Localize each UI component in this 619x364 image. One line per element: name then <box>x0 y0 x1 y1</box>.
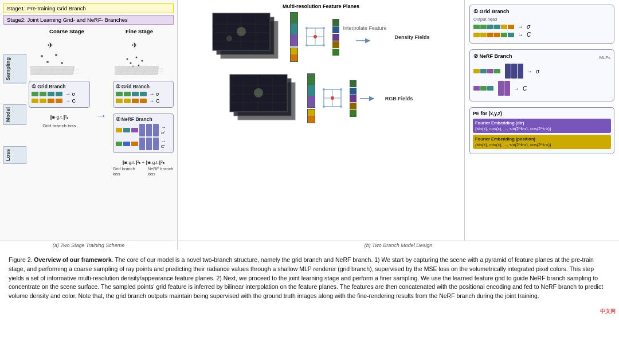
fine-grid-row1: → σ <box>116 91 171 97</box>
sampling-label: Sampling <box>3 54 26 84</box>
svg-point-62 <box>331 96 334 100</box>
svg-point-66 <box>340 105 342 108</box>
fine-grid-loss-label: Grid branch loss <box>113 166 136 177</box>
left-panel: Stage1: Pre-training Grid Branch Stage2:… <box>0 0 178 240</box>
fourier-pos-label: Fourier Embedding (position) <box>475 136 609 142</box>
rgb-arrows <box>360 90 377 107</box>
svg-point-15 <box>135 56 137 58</box>
fine-loss-sub-labels: Grid branch loss NeRF branch loss <box>113 166 174 177</box>
training-columns: ✈ <box>29 37 174 177</box>
svg-point-4 <box>61 62 63 64</box>
loss-label: Loss <box>3 146 26 164</box>
right-grid-bars-sigma <box>473 25 514 29</box>
svg-point-38 <box>237 27 246 36</box>
nerf-c-sym: C <box>523 85 527 92</box>
right-grid-sigma-row: → σ <box>473 24 610 30</box>
right-nerf-c-row: → C <box>473 81 610 96</box>
column-arrow: → <box>96 37 107 177</box>
pe-title: PE for (x,y,z) <box>473 111 611 116</box>
svg-point-46 <box>305 44 308 46</box>
nerf-mlp-c2 <box>504 81 510 96</box>
nerf-row2: → C' <box>116 138 171 150</box>
fine-loss-combined: ‖■-g.t.‖²₂ + ‖■-g.t.‖²₂ <box>122 160 164 165</box>
svg-point-3 <box>55 54 57 56</box>
right-grid-bars-c <box>473 33 514 37</box>
rgb-plane-stack <box>229 74 304 123</box>
svg-text:✈: ✈ <box>132 41 138 49</box>
density-feat-col <box>332 19 339 56</box>
bar-t2 <box>56 92 62 96</box>
mlp6 <box>153 138 159 150</box>
nerf-input-bars <box>473 69 500 73</box>
rgb-small-bars <box>307 73 315 123</box>
rgb-row: RGB Fields <box>183 73 459 123</box>
fine-grid-branch: ① Grid Branch → σ <box>113 81 174 108</box>
svg-point-58 <box>254 88 263 97</box>
svg-point-14 <box>130 62 131 64</box>
nerf-mlp-c1 <box>498 81 504 96</box>
fine-nerf-loss-label: NeRF branch loss <box>148 166 174 177</box>
mlp2 <box>146 124 152 136</box>
nerf-c-arrow: → <box>514 85 519 92</box>
mlp4 <box>139 138 145 150</box>
svg-point-44 <box>305 27 308 29</box>
bar-o2 <box>56 99 62 103</box>
coarse-loss-label: Grid branch loss <box>42 123 76 128</box>
figure-number: Figure 2. <box>9 256 32 263</box>
nerf-sigma-out: → σ' <box>161 125 171 135</box>
nerf-header-row: ② NeRF Branch MLPs <box>473 53 610 61</box>
svg-text:✈: ✈ <box>48 41 53 49</box>
nerf-mlp-s1 <box>505 64 511 79</box>
rgb-label: RGB Fields <box>385 96 413 101</box>
right-grid-c-row: → C <box>473 32 610 38</box>
middle-panel: Multi-resolution Feature Planes <box>178 0 464 240</box>
nerf-sigma-arrow: → <box>527 68 532 75</box>
nerf-mlp-s2 <box>511 64 517 79</box>
sigma-arrow: → σ <box>65 91 75 97</box>
fourier-dir-label: Fourier Embedding (dir) <box>475 120 609 126</box>
fourier-dir-box: Fourier Embedding (dir) {sin(x), cos(x),… <box>473 119 611 133</box>
right-grid-sigma-arrow: → <box>518 24 523 30</box>
stage-arrow-icon: → <box>96 109 107 122</box>
watermark: 中文网 <box>600 308 616 315</box>
stage2-label: Stage2: Joint Learning Grid- and NeRF- B… <box>3 15 174 25</box>
density-small-bars <box>290 12 298 62</box>
svg-point-39 <box>226 36 232 41</box>
density-bar-2 <box>290 48 298 62</box>
svg-point-43 <box>314 35 317 38</box>
text-area: Figure 2. Overview of our framework. The… <box>0 250 619 364</box>
fine-c: → C <box>150 98 160 104</box>
coarse-loss: ‖■-g.t.‖²₂ <box>50 115 68 120</box>
side-labels: Sampling Model Loss <box>3 28 26 177</box>
right-grid-c-arrow: → <box>518 32 523 38</box>
output-head-label: Output head <box>473 17 610 22</box>
fine-loss-formulas: ‖■-g.t.‖²₂ + ‖■-g.t.‖²₂ Grid branch loss… <box>113 160 174 177</box>
nerf-mlp-s3 <box>518 64 523 79</box>
right-nerf-title: ② NeRF Branch <box>473 53 512 59</box>
nerf-row1: → σ' <box>116 124 171 136</box>
stage1-label: Stage1: Pre-training Grid Branch <box>3 3 174 13</box>
middle-title: Multi-resolution Feature Planes <box>283 3 359 9</box>
coarse-grid-title: ① Grid Branch <box>32 84 87 89</box>
right-nerf-sigma-row: → σ <box>473 64 610 79</box>
fine-grid-title: ① Grid Branch <box>116 84 171 89</box>
bar-g2 <box>40 92 46 96</box>
density-plane-stack <box>212 13 287 61</box>
nerf-mlp-sigma-blocks <box>505 64 523 79</box>
svg-point-2 <box>46 61 49 63</box>
interpolate-label: Interpolate Feature <box>343 25 386 31</box>
mlp5 <box>146 138 152 150</box>
diagram-area: Stage1: Pre-training Grid Branch Stage2:… <box>0 0 619 241</box>
coarse-grid-row1: → σ <box>32 91 87 97</box>
density-label: Density Fields <box>395 34 430 40</box>
caption-right: (b) Two Branch Model Design <box>178 241 619 250</box>
density-feature-icon <box>304 25 327 49</box>
mlps-label: MLPs <box>600 55 610 60</box>
svg-point-63 <box>323 88 325 91</box>
right-grid-sigma-sym: σ <box>527 24 530 30</box>
bar-o1 <box>48 99 54 103</box>
c-arrow: → C <box>65 98 76 104</box>
svg-point-16 <box>141 60 143 61</box>
figure-bold: Overview of our framework <box>34 256 111 263</box>
coarse-loss-formula: ‖■-g.t.‖²₂ <box>50 115 68 120</box>
